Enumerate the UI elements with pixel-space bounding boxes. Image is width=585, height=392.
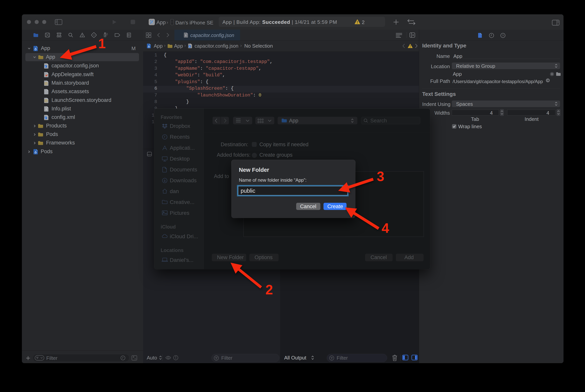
- svg-text:?: ?: [502, 34, 504, 37]
